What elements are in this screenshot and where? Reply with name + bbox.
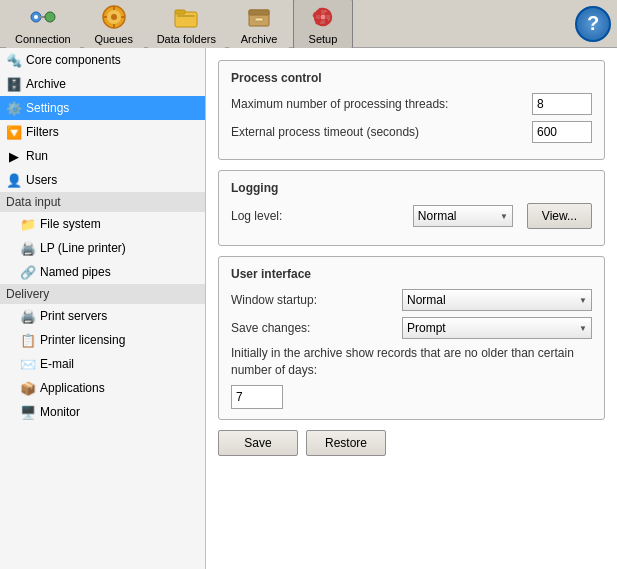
window-startup-select[interactable]: Normal Minimized Maximized [402,289,592,311]
setup-icon [309,3,337,31]
max-threads-row: Maximum number of processing threads: [231,93,592,115]
named-pipes-icon: 🔗 [20,264,36,280]
svg-point-6 [111,14,117,20]
logging-title: Logging [231,181,592,195]
sidebar-item-archive[interactable]: 🗄️ Archive [0,72,205,96]
max-threads-label: Maximum number of processing threads: [231,97,524,111]
svg-rect-13 [177,15,195,17]
users-icon: 👤 [6,172,22,188]
sidebar-item-label: Users [26,173,57,187]
sidebar-item-run[interactable]: ▶ Run [0,144,205,168]
log-level-select[interactable]: Normal Debug Verbose None [413,205,513,227]
log-level-row: Log level: Normal Debug Verbose None Vie… [231,203,592,229]
setup-label: Setup [309,33,338,45]
lp-printer-icon: 🖨️ [20,240,36,256]
print-servers-icon: 🖨️ [20,308,36,324]
save-button[interactable]: Save [218,430,298,456]
datafolders-button[interactable]: Data folders [148,0,225,49]
sidebar-item-label: Settings [26,101,69,115]
sidebar-item-filters[interactable]: 🔽 Filters [0,120,205,144]
save-changes-label: Save changes: [231,321,394,335]
sidebar-item-label: Filters [26,125,59,139]
sidebar-item-email[interactable]: ✉️ E-mail [0,352,205,376]
file-system-icon: 📁 [20,216,36,232]
archive-sidebar-icon: 🗄️ [6,76,22,92]
view-button[interactable]: View... [527,203,592,229]
sidebar-item-label: Print servers [40,309,107,323]
svg-point-22 [320,14,326,20]
sidebar-section-delivery: Delivery [0,284,205,304]
section-label: Data input [6,195,61,209]
sidebar-item-applications[interactable]: 📦 Applications [0,376,205,400]
queues-button[interactable]: Queues [84,0,144,49]
content-area: Process control Maximum number of proces… [206,48,617,569]
email-icon: ✉️ [20,356,36,372]
days-input[interactable] [231,385,283,409]
action-buttons: Save Restore [218,430,605,456]
log-level-label: Log level: [231,209,405,223]
sidebar-item-monitor[interactable]: 🖥️ Monitor [0,400,205,424]
ext-timeout-row: External process timeout (seconds) [231,121,592,143]
sidebar-item-label: Run [26,149,48,163]
svg-point-3 [34,15,38,19]
window-startup-row: Window startup: Normal Minimized Maximiz… [231,289,592,311]
connection-icon [29,3,57,31]
core-components-icon: 🔩 [6,52,22,68]
run-icon: ▶ [6,148,22,164]
sidebar-item-print-servers[interactable]: 🖨️ Print servers [0,304,205,328]
connection-label: Connection [15,33,71,45]
sidebar-item-lp-printer[interactable]: 🖨️ LP (Line printer) [0,236,205,260]
archive-label: Archive [241,33,278,45]
max-threads-input[interactable] [532,93,592,115]
sidebar-item-printer-licensing[interactable]: 📋 Printer licensing [0,328,205,352]
sidebar-item-label: Applications [40,381,105,395]
datafolders-label: Data folders [157,33,216,45]
sidebar-item-label: E-mail [40,357,74,371]
restore-button[interactable]: Restore [306,430,386,456]
connection-button[interactable]: Connection [6,0,80,49]
toolbar: Connection Queues Data folders [0,0,617,48]
settings-icon: ⚙️ [6,100,22,116]
applications-icon: 📦 [20,380,36,396]
user-interface-title: User interface [231,267,592,281]
sidebar-item-settings[interactable]: ⚙️ Settings [0,96,205,120]
sidebar-item-label: Monitor [40,405,80,419]
log-level-select-wrapper: Normal Debug Verbose None [413,205,513,227]
main-layout: 🔩 Core components 🗄️ Archive ⚙️ Settings… [0,48,617,569]
monitor-icon: 🖥️ [20,404,36,420]
svg-rect-12 [175,10,185,14]
process-control-title: Process control [231,71,592,85]
save-changes-row: Save changes: Prompt Always Never [231,317,592,339]
sidebar-item-core-components[interactable]: 🔩 Core components [0,48,205,72]
process-control-section: Process control Maximum number of proces… [218,60,605,160]
archive-icon [245,3,273,31]
sidebar-item-label: Archive [26,77,66,91]
sidebar-section-data-input: Data input [0,192,205,212]
sidebar-item-users[interactable]: 👤 Users [0,168,205,192]
sidebar-item-label: LP (Line printer) [40,241,126,255]
window-startup-select-wrapper: Normal Minimized Maximized [402,289,592,311]
sidebar-item-label: Core components [26,53,121,67]
ext-timeout-input[interactable] [532,121,592,143]
sidebar-item-label: Printer licensing [40,333,125,347]
svg-rect-16 [255,18,263,21]
setup-button[interactable]: Setup [293,0,353,49]
sidebar-item-file-system[interactable]: 📁 File system [0,212,205,236]
archive-button[interactable]: Archive [229,0,289,49]
queues-label: Queues [94,33,133,45]
save-changes-select[interactable]: Prompt Always Never [402,317,592,339]
filters-icon: 🔽 [6,124,22,140]
save-changes-select-wrapper: Prompt Always Never [402,317,592,339]
ext-timeout-label: External process timeout (seconds) [231,125,524,139]
svg-rect-15 [249,10,269,15]
queues-icon [100,3,128,31]
help-label: ? [587,12,599,35]
window-startup-label: Window startup: [231,293,394,307]
printer-licensing-icon: 📋 [20,332,36,348]
help-button[interactable]: ? [575,6,611,42]
sidebar: 🔩 Core components 🗄️ Archive ⚙️ Settings… [0,48,206,569]
hint-text: Initially in the archive show records th… [231,345,592,379]
sidebar-item-named-pipes[interactable]: 🔗 Named pipes [0,260,205,284]
logging-section: Logging Log level: Normal Debug Verbose … [218,170,605,246]
svg-point-2 [45,12,55,22]
